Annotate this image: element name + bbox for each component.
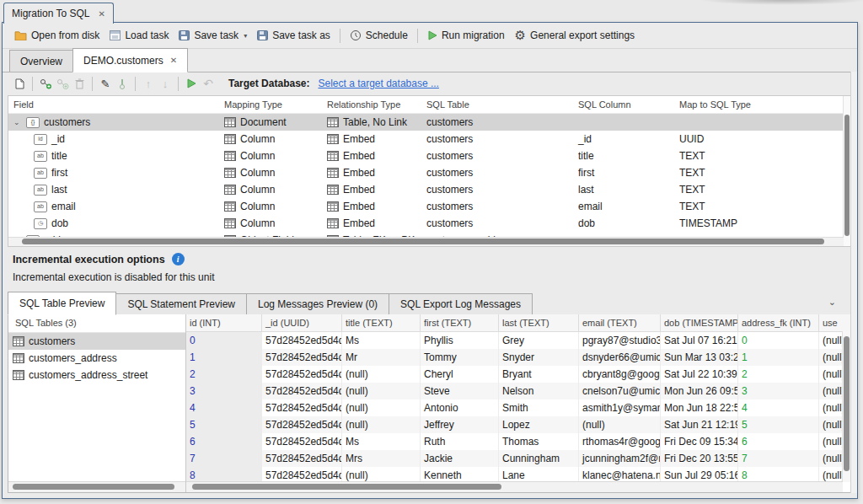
new-mapping-icon[interactable] — [11, 76, 28, 91]
table-row[interactable]: 357d28452ed5d4d5(null)SteveNelsoncnelson… — [186, 383, 851, 399]
mapping-row-dob[interactable]: ◷dob Column Embed customers dob TIMESTAM… — [8, 215, 844, 232]
general-export-settings-label: General export settings — [530, 29, 635, 41]
col-field[interactable]: Field — [8, 99, 219, 110]
col-uuid[interactable]: _id (UUID) — [262, 314, 342, 331]
col-sql-column[interactable]: SQL Column — [573, 99, 674, 110]
col-sql-table[interactable]: SQL Table — [421, 99, 573, 110]
sql-tables-panel: SQL Tables (3) customers customers_addre… — [8, 314, 186, 492]
gear-icon: ⚙ — [515, 30, 526, 40]
mapping-row-id[interactable]: id_id Column Embed customers _id UUID — [8, 131, 844, 147]
mapping-row-first[interactable]: abfirst Column Embed customers first TEX… — [8, 164, 844, 181]
general-export-settings-button[interactable]: ⚙ General export settings — [510, 28, 641, 43]
table-icon — [13, 353, 24, 363]
preview-horizontal-scrollbar[interactable] — [186, 481, 843, 492]
field-name: _id — [51, 133, 65, 145]
scrollbar-thumb[interactable] — [844, 336, 850, 471]
id-field-icon: id — [34, 134, 47, 145]
sql-table-item-customers[interactable]: customers — [8, 333, 185, 350]
load-task-label: Load task — [125, 29, 169, 41]
sql-table-preview-grid: id (INT) _id (UUID) title (TEXT) first (… — [186, 314, 851, 492]
toolbar-separator — [340, 29, 340, 43]
col-email[interactable]: email (TEXT) — [579, 314, 661, 331]
sql-tables-header[interactable]: SQL Tables (3) — [8, 314, 185, 333]
window-shadow — [700, 0, 863, 5]
table-row[interactable]: 157d28452ed5d4d5MrTommySnyderdsnyder66@u… — [186, 349, 851, 366]
tab-overview[interactable]: Overview — [9, 50, 73, 72]
tab-sql-export-log-messages[interactable]: SQL Export Log Messages — [389, 293, 533, 314]
save-task-as-button[interactable]: Save task as — [252, 28, 335, 43]
tab-sql-statement-preview[interactable]: SQL Statement Preview — [115, 293, 247, 314]
run-migration-button[interactable]: Run migration — [422, 28, 510, 43]
tab-log-messages-preview[interactable]: Log Messages Preview (0) — [246, 293, 389, 314]
save-task-button[interactable]: Save task ▾ — [174, 28, 252, 43]
col-map-to-sql-type[interactable]: Map to SQL Type — [674, 99, 844, 110]
document-tab-bar: Overview DEMO.customers ✕ — [3, 48, 857, 72]
run-preview-icon[interactable] — [183, 76, 200, 91]
folder-icon — [14, 30, 27, 40]
close-icon[interactable]: ✕ — [170, 56, 177, 65]
sql-table: customers — [421, 116, 573, 128]
col-relationship-type[interactable]: Relationship Type — [322, 99, 421, 110]
move-down-icon-disabled: ↓ — [157, 76, 174, 91]
col-mapping-type[interactable]: Mapping Type — [219, 99, 322, 110]
dropper-icon — [118, 78, 126, 89]
select-target-database-link[interactable]: Select a target database ... — [318, 78, 438, 89]
mapping-horizontal-scrollbar[interactable] — [8, 237, 844, 246]
add-relationship-icon[interactable] — [37, 76, 54, 91]
table-row[interactable]: 557d28452ed5d4d5(null)JeffreyLopez(null)… — [186, 416, 851, 433]
mapping-row-customers[interactable]: ⌄{}customers Document Table, No Link cus… — [8, 114, 844, 131]
relationship-type: Table, No Link — [343, 116, 407, 128]
col-id[interactable]: id (INT) — [186, 314, 262, 331]
mapping-row-last[interactable]: ablast Column Embed customers last TEXT — [8, 181, 844, 198]
scrollbar-thumb[interactable] — [13, 484, 174, 490]
mapping-type: Document — [240, 116, 287, 128]
incremental-title-text: Incremental execution options — [13, 254, 165, 265]
sql-table-item-customers-address-street[interactable]: customers_address_street — [8, 367, 185, 383]
collapse-panel-chevron-icon[interactable]: ⌄ — [828, 297, 836, 308]
open-from-disk-button[interactable]: Open from disk — [9, 28, 105, 43]
table-row[interactable]: 257d28452ed5d4d5(null)CherylBryantcbryan… — [186, 366, 851, 383]
col-title[interactable]: title (TEXT) — [342, 314, 421, 331]
window-tab-migration-to-sql[interactable]: Migration To SQL ✕ — [3, 3, 114, 24]
clock-icon — [350, 29, 362, 41]
page-icon — [15, 78, 24, 89]
sql-table-item-customers-address[interactable]: customers_address — [8, 350, 185, 367]
embed-icon — [327, 151, 339, 161]
chevron-down-icon[interactable]: ⌄ — [13, 118, 26, 126]
col-user[interactable]: use — [819, 314, 851, 331]
table-row[interactable]: 057d28452ed5d4d5MsPhyllisGreypgray87@stu… — [186, 332, 851, 349]
col-last[interactable]: last (TEXT) — [499, 314, 579, 331]
scrollbar-thumb[interactable] — [22, 239, 824, 244]
col-address-fk[interactable]: address_fk (INT) — [738, 314, 819, 331]
window-right-scrollbar[interactable] — [850, 72, 857, 493]
scrollbar-thumb[interactable] — [192, 484, 501, 490]
scrollbar-thumb[interactable] — [844, 115, 850, 236]
tab-demo-customers[interactable]: DEMO.customers ✕ — [72, 48, 188, 72]
schedule-button[interactable]: Schedule — [345, 28, 413, 43]
embed-icon — [327, 201, 339, 212]
preview-tab-bar: SQL Table Preview SQL Statement Preview … — [8, 292, 851, 315]
migration-window: Open from disk Load task Save task ▾ Sav… — [2, 22, 858, 499]
sql-tables-horizontal-scrollbar[interactable] — [8, 481, 185, 492]
table-row[interactable]: 657d28452ed5d4d5MsRuthThomasrthomas4r@go… — [186, 433, 851, 450]
col-dob[interactable]: dob (TIMESTAMP) — [661, 314, 738, 331]
tab-sql-table-preview[interactable]: SQL Table Preview — [8, 292, 116, 315]
mapping-row-title[interactable]: abtitle Column Embed customers title TEX… — [8, 147, 844, 164]
link-add-icon-gray — [56, 78, 69, 89]
info-icon[interactable]: i — [172, 253, 185, 265]
delete-icon-disabled — [71, 76, 88, 91]
preview-grid-header: id (INT) _id (UUID) title (TEXT) first (… — [186, 314, 851, 332]
col-first[interactable]: first (TEXT) — [421, 314, 499, 331]
close-icon[interactable]: ✕ — [99, 9, 105, 19]
save-task-dropdown-caret[interactable]: ▾ — [244, 32, 247, 40]
edit-icon[interactable]: ✎ — [97, 76, 114, 91]
document-field-icon: {} — [26, 117, 40, 128]
table-row[interactable]: 757d28452ed5d4d5MrsJackieCunninghamjcunn… — [186, 450, 851, 467]
toolbar-separator — [178, 77, 179, 91]
mapping-row-email[interactable]: abemail Column Embed customers email TEX… — [8, 198, 844, 215]
main-toolbar: Open from disk Load task Save task ▾ Sav… — [3, 23, 857, 49]
mapping-toolbar: ✎ ↑ ↓ ↶ Target Database: Select a target… — [3, 72, 850, 95]
table-row[interactable]: 457d28452ed5d4d5(null)AntonioSmithasmith… — [186, 399, 851, 416]
link-add-icon — [40, 78, 52, 89]
load-task-button[interactable]: Load task — [105, 28, 174, 43]
